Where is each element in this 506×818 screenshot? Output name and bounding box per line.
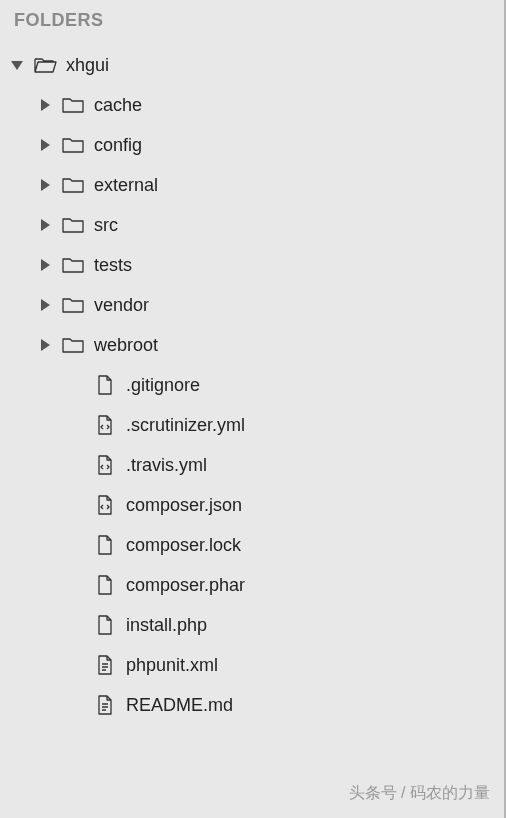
tree-folder[interactable]: cache <box>8 85 506 125</box>
folder-icon <box>60 136 86 154</box>
watermark: 头条号 / 码农的力量 <box>349 783 490 804</box>
tree-folder[interactable]: external <box>8 165 506 205</box>
tree-file[interactable]: composer.phar <box>8 565 506 605</box>
folder-icon <box>60 176 86 194</box>
tree-file[interactable]: phpunit.xml <box>8 645 506 685</box>
folder-label: vendor <box>94 295 149 316</box>
tree-folder-root[interactable]: xhgui <box>8 45 506 85</box>
file-icon <box>92 534 118 556</box>
tree-folder[interactable]: src <box>8 205 506 245</box>
file-label: README.md <box>126 695 233 716</box>
chevron-right-icon[interactable] <box>36 138 54 152</box>
file-label: composer.lock <box>126 535 241 556</box>
file-code-icon <box>92 414 118 436</box>
folder-label: tests <box>94 255 132 276</box>
file-code-icon <box>92 454 118 476</box>
folder-open-icon <box>32 55 58 75</box>
chevron-right-icon[interactable] <box>36 178 54 192</box>
tree-file[interactable]: README.md <box>8 685 506 725</box>
tree-folder[interactable]: tests <box>8 245 506 285</box>
folder-icon <box>60 256 86 274</box>
folder-label: config <box>94 135 142 156</box>
chevron-right-icon[interactable] <box>36 338 54 352</box>
folders-panel: FOLDERS xhgui cache <box>0 0 506 725</box>
tree-folder[interactable]: vendor <box>8 285 506 325</box>
file-icon <box>92 374 118 396</box>
file-code-icon <box>92 494 118 516</box>
tree-file[interactable]: .scrutinizer.yml <box>8 405 506 445</box>
folder-tree: xhgui cache config <box>0 45 506 725</box>
file-label: .travis.yml <box>126 455 207 476</box>
file-icon <box>92 574 118 596</box>
tree-file[interactable]: install.php <box>8 605 506 645</box>
tree-folder[interactable]: config <box>8 125 506 165</box>
folder-icon <box>60 216 86 234</box>
tree-file[interactable]: .gitignore <box>8 365 506 405</box>
folder-label: src <box>94 215 118 236</box>
file-label: install.php <box>126 615 207 636</box>
file-lines-icon <box>92 654 118 676</box>
folder-icon <box>60 336 86 354</box>
folder-icon <box>60 296 86 314</box>
file-icon <box>92 614 118 636</box>
folder-label: external <box>94 175 158 196</box>
file-label: phpunit.xml <box>126 655 218 676</box>
tree-file[interactable]: .travis.yml <box>8 445 506 485</box>
file-label: composer.phar <box>126 575 245 596</box>
tree-file[interactable]: composer.json <box>8 485 506 525</box>
file-label: .scrutinizer.yml <box>126 415 245 436</box>
folder-label: webroot <box>94 335 158 356</box>
file-label: composer.json <box>126 495 242 516</box>
chevron-right-icon[interactable] <box>36 258 54 272</box>
chevron-down-icon[interactable] <box>8 59 26 71</box>
folder-label: xhgui <box>66 55 109 76</box>
folder-label: cache <box>94 95 142 116</box>
chevron-right-icon[interactable] <box>36 298 54 312</box>
tree-folder[interactable]: webroot <box>8 325 506 365</box>
chevron-right-icon[interactable] <box>36 98 54 112</box>
chevron-right-icon[interactable] <box>36 218 54 232</box>
file-label: .gitignore <box>126 375 200 396</box>
folder-icon <box>60 96 86 114</box>
panel-header: FOLDERS <box>0 0 506 45</box>
file-lines-icon <box>92 694 118 716</box>
tree-file[interactable]: composer.lock <box>8 525 506 565</box>
